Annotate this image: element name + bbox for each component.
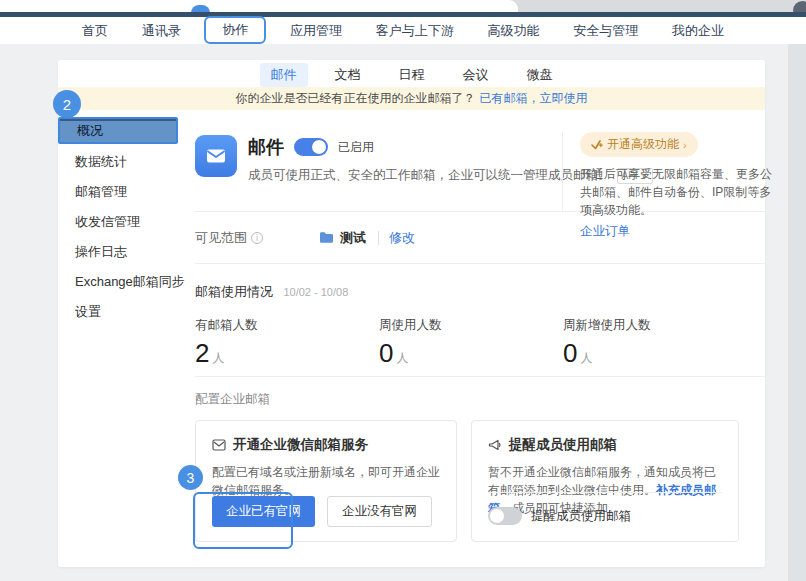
nav-item[interactable]: 协作 [204,16,266,44]
stat-value: 2 [195,338,209,368]
setup-card-title: 开通企业微信邮箱服务 [233,436,368,454]
config-section-label: 配置企业邮箱 [195,391,765,408]
nav-item[interactable]: 首页 [72,18,118,44]
folder-icon [319,231,334,244]
no-website-button[interactable]: 企业没有官网 [327,496,432,527]
megaphone-icon [488,439,502,452]
tab[interactable]: 文档 [324,63,372,87]
top-nav: 首页 通讯录 协作 应用管理 客户与上下游 高级功能 安全与管理 我的企业 [0,17,806,44]
mail-description: 成员可使用正式、安全的工作邮箱，企业可以统一管理成员邮箱。 [248,167,611,184]
stat-label: 周使用人数 [379,317,563,334]
mail-header-section: 邮件 已启用 成员可使用正式、安全的工作邮箱，企业可以统一管理成员邮箱。 API… [195,110,765,212]
stat-unit: 人 [212,351,224,365]
remind-toggle-label: 提醒成员使用邮箱 [531,508,631,525]
usage-stats: 有邮箱人数 2人 周使用人数 0人 [195,317,765,369]
premium-spark-icon [591,139,603,151]
nav-item[interactable]: 我的企业 [662,18,734,44]
stat-value: 0 [379,338,393,368]
stat-unit: 人 [580,351,592,365]
mail-status-text: 已启用 [338,139,374,156]
setup-mailbox-card: 开通企业微信邮箱服务 配置已有域名或注册新域名，即可开通企业微信邮箱服务。 企业… [195,420,457,542]
annotation-step-badge-3: 3 [178,465,203,490]
nav-item[interactable]: 高级功能 [478,18,550,44]
envelope-icon [204,144,228,168]
tab[interactable]: 会议 [452,63,500,87]
header-vertical-divider [562,132,563,212]
notice-text: 你的企业是否已经有正在使用的企业邮箱了？ [236,90,476,107]
sidebar-item[interactable]: 概况 [58,117,178,144]
stat-label: 有邮箱人数 [195,317,379,334]
remind-members-toggle[interactable] [488,507,522,525]
envelope-outline-icon [212,439,226,451]
enterprise-order-link[interactable]: 企业订单 [580,223,630,240]
visibility-scope: 测试 [319,229,366,247]
usage-title: 邮箱使用情况 [195,284,273,299]
main-panel: 邮件 文档 日程 会议 微盘 你的企业是否已经有正在使用的企业邮箱了？ 已有邮箱… [58,60,765,567]
tab[interactable]: 邮件 [260,63,308,87]
sidebar-item[interactable]: 邮箱管理 [58,177,178,207]
usage-stat: 有邮箱人数 2人 [195,317,379,369]
sidebar-item[interactable]: 数据统计 [58,147,178,177]
divider [378,231,379,245]
nav-item[interactable]: 安全与管理 [563,18,648,44]
setup-card-description: 配置已有域名或注册新域名，即可开通企业微信邮箱服务。 [212,463,440,499]
sidebar: 概况 数据统计 邮箱管理 收发信管理 操作日志 Exchange邮箱同步 设置 [58,110,178,567]
nav-item[interactable]: 应用管理 [280,18,352,44]
nav-item[interactable]: 客户与上下游 [366,18,464,44]
usage-stat: 周新增使用人数 0人 [563,317,747,369]
usage-stat: 周使用人数 0人 [379,317,563,369]
nav-item[interactable]: 通讯录 [132,18,191,44]
mail-enabled-toggle[interactable] [294,138,328,156]
notice-link[interactable]: 已有邮箱，立即使用 [480,90,588,107]
usage-section: 邮箱使用情况 10/02 - 10/08 有邮箱人数 2人 [195,264,765,377]
premium-description: 开通后可享受无限邮箱容量、更多公共邮箱、邮件自动备份、IP限制等多项高级功能。 [580,165,782,219]
stat-unit: 人 [396,351,408,365]
edit-visibility-link[interactable]: 修改 [389,229,415,247]
has-website-button[interactable]: 企业已有官网 [212,496,315,527]
sidebar-item[interactable]: 操作日志 [58,237,178,267]
browser-top-strip [0,0,806,12]
config-section: 配置企业邮箱 开通企业微信邮箱服务 配置已有域名或注册新域名，即可开通企业微信邮… [195,377,765,542]
remind-members-card: 提醒成员使用邮箱 暂不开通企业微信邮箱服务，通知成员将已有邮箱添加到企业微信中使… [471,420,739,542]
remind-card-title: 提醒成员使用邮箱 [509,436,617,454]
mail-app-icon [195,135,237,177]
stat-label: 周新增使用人数 [563,317,747,334]
sidebar-item[interactable]: 设置 [58,297,178,327]
content-area: 邮件 已启用 成员可使用正式、安全的工作邮箱，企业可以统一管理成员邮箱。 API… [178,110,765,567]
tab[interactable]: 日程 [388,63,436,87]
sidebar-item[interactable]: Exchange邮箱同步 [58,267,178,297]
annotation-step-badge-2: 2 [53,90,81,118]
usage-date-range: 10/02 - 10/08 [283,286,348,298]
sub-tabs: 邮件 文档 日程 会议 微盘 [58,60,765,87]
visibility-label: 可见范围 [195,229,247,247]
divider [488,492,722,493]
stat-value: 0 [563,338,577,368]
page-title: 邮件 [248,135,284,159]
tab[interactable]: 微盘 [516,63,564,87]
info-icon[interactable]: i [251,232,263,244]
visibility-scope-name: 测试 [340,229,366,247]
premium-panel: 开通高级功能 › 开通后可享受无限邮箱容量、更多公共邮箱、邮件自动备份、IP限制… [580,132,782,240]
page-right-shade [788,44,806,581]
sidebar-item[interactable]: 收发信管理 [58,207,178,237]
notice-bar: 你的企业是否已经有正在使用的企业邮箱了？ 已有邮箱，立即使用 [58,87,765,110]
premium-upgrade-button[interactable]: 开通高级功能 › [580,132,698,157]
browser-tab [0,0,518,12]
chevron-right-icon: › [683,139,687,151]
